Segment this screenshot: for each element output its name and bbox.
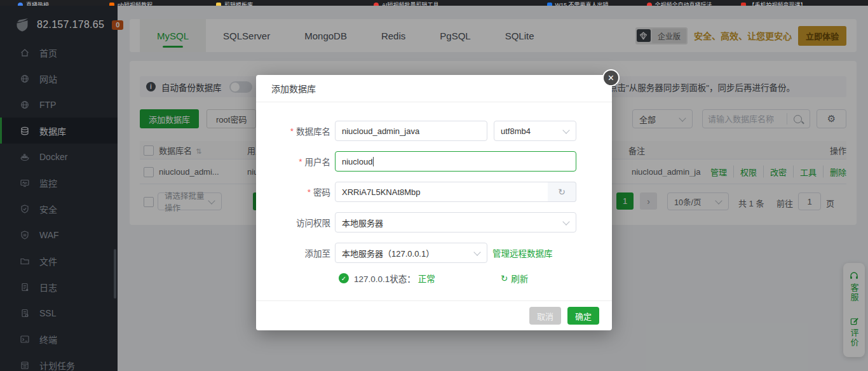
username-input[interactable]: niucloud: [335, 151, 576, 172]
required-star: *: [308, 187, 311, 197]
required-star: *: [299, 157, 302, 166]
confirm-button[interactable]: 确定: [567, 307, 599, 325]
db-name-input[interactable]: [335, 121, 487, 141]
server-status-row: ✓ 127.0.0.1状态：正常 ↻刷新: [256, 273, 612, 283]
modal-title: 添加数据库: [256, 75, 612, 102]
access-select[interactable]: 本地服务器: [335, 212, 576, 233]
add-database-modal: × 添加数据库 *数据库名 utf8mb4 *用户名 niucloud *密码 …: [256, 75, 612, 330]
text-caret: [373, 157, 374, 166]
chevron-down-icon: [562, 126, 569, 133]
bookmark-item[interactable]: 【手机拍视频变现课】: [741, 1, 806, 6]
modal-footer: 取消 确定: [256, 300, 612, 330]
bookmark-item[interactable]: 全视频全自动直播玩法: [647, 1, 712, 6]
username-label: 用户名: [305, 155, 331, 168]
bookmark-item[interactable]: W15 不需要真人出镜: [547, 1, 609, 6]
status-check-icon: ✓: [339, 273, 349, 283]
screen: 直播热榜 nb短视频教程 剪辑模板库 AI短视频批量剪辑工具 W15 不需要真人…: [0, 0, 868, 371]
chevron-down-icon: [473, 248, 480, 255]
username-row: *用户名 niucloud: [256, 151, 612, 172]
refresh-icon: ↻: [558, 187, 566, 197]
target-server-select[interactable]: 本地服务器（127.0.0.1）: [335, 243, 487, 263]
status-label: 127.0.0.1状态：: [354, 272, 416, 285]
close-icon[interactable]: ×: [602, 69, 620, 86]
bookmark-item[interactable]: 剪辑模板库: [216, 1, 253, 6]
password-label: 密码: [313, 186, 330, 198]
db-name-row: *数据库名 utf8mb4: [256, 121, 612, 141]
status-value: 正常: [418, 272, 435, 285]
bookmark-item[interactable]: AI短视频批量剪辑工具: [374, 1, 439, 6]
refresh-icon: ↻: [501, 273, 508, 283]
charset-select[interactable]: utf8mb4: [494, 121, 576, 141]
browser-bookmarks-bar: 直播热榜 nb短视频教程 剪辑模板库 AI短视频批量剪辑工具 W15 不需要真人…: [0, 0, 868, 6]
access-row: 访问权限 本地服务器: [256, 212, 612, 233]
password-input[interactable]: [335, 182, 548, 202]
target-row: 添加至 本地服务器（127.0.0.1） 管理远程数据库: [256, 243, 612, 263]
cancel-button[interactable]: 取消: [529, 307, 561, 325]
bookmark-item[interactable]: nb短视频教程: [109, 1, 153, 6]
chevron-down-icon: [562, 218, 569, 225]
target-label: 添加至: [256, 243, 330, 263]
status-refresh-link[interactable]: ↻刷新: [501, 273, 528, 283]
access-label: 访问权限: [256, 212, 330, 233]
db-name-label: 数据库名: [296, 125, 330, 137]
required-star: *: [290, 126, 294, 136]
regenerate-password-button[interactable]: ↻: [548, 182, 576, 202]
manage-remote-db-link[interactable]: 管理远程数据库: [492, 243, 553, 263]
bookmark-item[interactable]: 直播热榜: [18, 1, 49, 6]
password-row: *密码 ↻: [256, 182, 612, 202]
